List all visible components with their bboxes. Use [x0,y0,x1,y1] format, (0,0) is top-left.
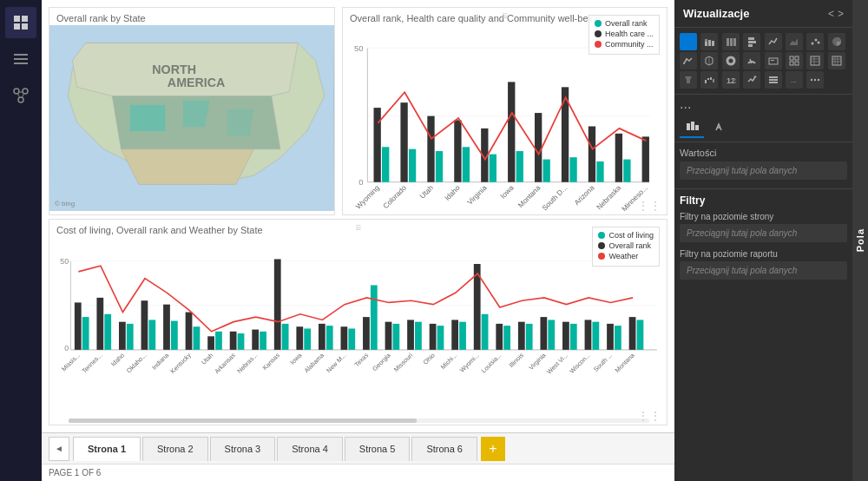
legend-label-cost: Cost of living [608,231,654,240]
svg-rect-6 [14,63,28,64]
viz-matrix-icon[interactable] [828,52,845,69]
svg-rect-97 [385,322,392,350]
scroll-bar[interactable] [69,418,649,423]
build-fields-tab[interactable] [680,117,704,138]
bar-bottom-legend: Cost of living Overall rank Weather [592,227,660,267]
svg-marker-160 [790,38,798,45]
report-view-icon[interactable] [5,7,36,38]
svg-point-164 [683,63,685,64]
tab-page-2[interactable]: Strona 2 [142,437,208,461]
right-panel: Wizualizacje < > [674,0,852,481]
svg-marker-185 [685,76,692,83]
bar-chart-bottom-box[interactable]: Cost of living, Overall rank and Weather… [49,219,667,425]
pola-tab[interactable]: Pola [852,0,868,481]
panel-title: Wizualizacje [683,7,749,20]
svg-point-165 [686,58,687,60]
svg-rect-159 [748,44,753,47]
svg-text:50: 50 [60,257,69,266]
bar-chart-top-box[interactable]: Overall rank, Health care quality and Co… [342,7,667,215]
viz-waterfall-icon[interactable] [700,71,718,89]
viz-stacked-bar-icon[interactable] [700,33,718,50]
svg-text:Utah: Utah [200,352,214,366]
svg-rect-43 [542,160,549,182]
viz-donut-icon[interactable] [722,52,740,69]
panel-nav-back[interactable]: < [828,8,834,20]
viz-scatter-icon[interactable] [806,33,824,50]
svg-point-197 [814,79,816,81]
map-chart-title: Overall rank by State [49,8,334,25]
svg-rect-174 [790,62,793,65]
viz-area-icon[interactable] [786,33,803,50]
viz-number-icon[interactable]: 123 [722,71,740,89]
filters-title: Filtry [680,194,847,207]
viz-multicard-icon[interactable] [786,52,803,69]
svg-rect-50 [642,136,649,181]
svg-rect-76 [148,320,155,349]
svg-marker-17 [183,101,210,128]
resize-handle-top[interactable]: ⋮⋮ [637,199,661,213]
svg-text:Tennes...: Tennes... [80,352,103,375]
viz-card-icon[interactable] [765,52,782,69]
model-view-icon[interactable] [5,80,36,111]
svg-rect-0 [14,16,20,22]
map-chart-box[interactable]: Overall rank by State [49,7,335,215]
tab-page-3[interactable]: Strona 3 [210,437,276,461]
svg-rect-42 [535,113,542,182]
svg-point-196 [811,79,812,81]
tab-page-1[interactable]: Strona 1 [73,437,141,461]
panel-nav-forward[interactable]: > [838,8,844,20]
add-page-button[interactable]: + [481,437,505,461]
viz-funnel-icon[interactable] [680,71,697,89]
svg-rect-147 [684,40,687,46]
svg-rect-108 [503,326,510,350]
svg-rect-100 [415,322,422,350]
viz-horiz-bar-icon[interactable] [743,33,760,50]
viz-bar-icon[interactable] [680,33,697,50]
tab-page-4[interactable]: Strona 4 [277,437,343,461]
viz-gauge-icon[interactable] [743,52,760,69]
tab-page-5[interactable]: Strona 5 [345,437,411,461]
svg-line-11 [17,93,20,98]
viz-custom-icon[interactable]: ... [786,71,803,89]
filter-page-drop[interactable]: Przeciągnij tutaj pola danych [680,224,847,242]
svg-rect-41 [516,151,523,182]
svg-rect-30 [374,108,381,182]
page-nav-prev[interactable]: ◄ [49,437,69,461]
svg-rect-99 [407,320,414,349]
svg-rect-155 [730,38,733,46]
svg-rect-171 [771,60,774,61]
viz-100pct-bar-icon[interactable] [722,33,740,50]
svg-rect-45 [569,157,576,182]
fields-drop-zone[interactable]: Przeciągnij tutaj pola danych [680,161,847,180]
svg-text:Montana: Montana [614,351,637,374]
viz-table-icon[interactable] [806,52,824,69]
build-format-tab[interactable] [707,117,732,138]
svg-rect-80 [194,326,201,350]
svg-point-9 [18,97,23,102]
viz-line2-icon[interactable] [680,52,697,69]
svg-text:Virginia: Virginia [527,351,548,372]
more-options[interactable]: ... [674,95,852,114]
viz-map-icon[interactable] [700,52,718,69]
svg-point-162 [815,39,818,42]
legend-dot-weather [598,253,605,260]
svg-rect-69 [75,302,82,349]
viz-line-icon[interactable] [765,33,782,50]
svg-text:West Vi...: West Vi... [545,352,569,376]
svg-point-163 [818,42,820,44]
data-view-icon[interactable] [5,43,36,75]
svg-text:Arkansas: Arkansas [213,351,237,375]
tab-page-6[interactable]: Strona 6 [411,437,477,461]
filter-report-drop[interactable]: Przeciągnij tutaj pola danych [680,261,847,280]
viz-slicer-icon[interactable] [765,71,782,89]
viz-more-icon[interactable] [806,71,824,89]
svg-rect-78 [171,321,178,350]
viz-kpi-icon[interactable] [743,71,760,89]
svg-rect-189 [713,79,714,82]
svg-rect-109 [518,322,525,350]
filter-report-label: Filtry na poziomie raportu [680,249,847,259]
svg-rect-115 [585,320,592,349]
resize-handle-bottom[interactable]: ⋮⋮ [637,409,661,423]
viz-pie-icon[interactable] [828,33,845,50]
legend-label-community: Community ... [605,40,654,49]
